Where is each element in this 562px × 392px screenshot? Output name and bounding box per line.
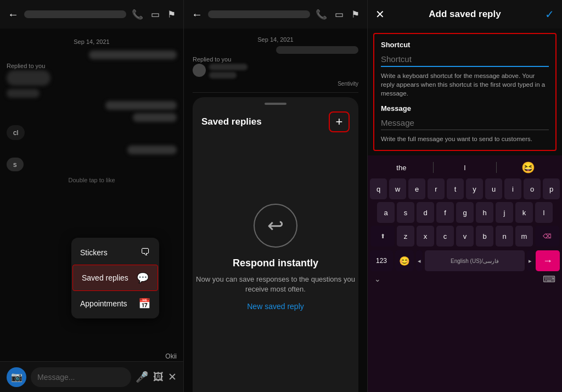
shortcut-label: Shortcut [381,41,549,49]
saved-replies-label: Saved replies [82,273,128,282]
kb-down-icon[interactable]: ⌄ [374,275,381,283]
sheet-handle [265,103,286,105]
kb-space-key[interactable]: English (US)/فارسی [425,250,525,271]
kb-key-b[interactable]: b [476,226,493,247]
chat-panel: ← 📞 ▭ ⚑ Sep 14, 2021 Replied to you cl [0,0,184,392]
appointments-menu-item[interactable]: Appointments 📅 [71,291,159,316]
image-icon[interactable]: 🖼 [153,371,164,383]
panel2-video-icon[interactable]: ▭ [335,9,344,20]
replied-label: Replied to you [7,63,177,69]
stickers-menu-item[interactable]: Stickers 🗨 [71,240,159,265]
shortcut-input[interactable] [381,52,549,67]
preview-date: Sep 14, 2021 [193,36,358,43]
appointments-icon: 📅 [138,298,150,310]
message-bubble-left2 [7,89,177,98]
saved-replies-sheet: Saved replies + ↩ Respond instantly Now … [193,97,358,392]
new-saved-reply-link[interactable]: New saved reply [247,302,304,311]
message-input-field[interactable] [381,116,549,130]
kb-suggestion-emoji[interactable]: 😆 [497,161,560,174]
panel3-close-icon[interactable]: ✕ [375,8,385,21]
appointments-label: Appointments [80,299,127,308]
panel2-flag-icon[interactable]: ⚑ [351,9,359,20]
kb-key-n[interactable]: n [496,226,513,247]
kb-lang-arrow-right[interactable]: ▸ [527,250,533,271]
kb-key-r[interactable]: r [428,178,445,199]
kb-key-q[interactable]: q [370,178,387,199]
kb-key-c[interactable]: c [436,226,454,247]
context-menu: Stickers 🗨 Saved replies 💬 Appointments … [71,238,159,318]
add-saved-reply-button[interactable]: + [329,111,350,132]
kb-row3: ⬆ z x c v b n m ⌫ [370,226,560,247]
kb-shift-key[interactable]: ⬆ [370,226,395,247]
kb-key-k[interactable]: k [515,202,533,223]
message-bubble-left [7,70,177,86]
kb-key-y[interactable]: y [466,178,483,199]
panel2-back-icon[interactable]: ← [192,8,203,21]
add-saved-reply-form: Shortcut Write a keyboard shortcut for t… [373,33,557,151]
kb-keyboard-icon[interactable]: ⌨ [543,274,555,284]
kb-key-x[interactable]: x [417,226,434,247]
okii-label: Okii [0,351,183,361]
video-icon[interactable]: ▭ [151,9,160,20]
kb-key-i[interactable]: i [504,178,521,199]
preview-avatar [193,64,206,77]
kb-emoji-key[interactable]: 😊 [395,250,414,271]
camera-button[interactable]: 📷 [7,367,26,387]
message-input-bar: 📷 Message... 🎤 🖼 ✕ [0,361,183,392]
phone-icon[interactable]: 📞 [132,9,143,20]
kb-key-g[interactable]: g [456,202,474,223]
back-icon[interactable]: ← [8,8,19,21]
preview-bubble1 [209,64,248,70]
kb-key-l[interactable]: l [535,202,553,223]
panel3-header: ✕ Add saved reply ✓ [368,0,562,29]
contact-name-bar [24,10,126,18]
kb-lang-arrow[interactable]: ◂ [416,250,423,271]
panel3-check-icon[interactable]: ✓ [545,8,554,21]
sheet-empty-state: ↩ Respond instantly Now you can save res… [193,139,358,392]
kb-key-h[interactable]: h [476,202,493,223]
panel2-header-icons: 📞 ▭ ⚑ [316,9,359,20]
kb-suggestions-row: the l 😆 [370,158,560,177]
kb-row1: q w e r t y u i o p [370,178,560,199]
stickers-icon: 🗨 [140,247,150,258]
kb-key-f[interactable]: f [436,202,454,223]
message-hint: Write the full message you want to send … [381,135,549,143]
kb-suggestion-l[interactable]: l [434,164,497,172]
flag-icon[interactable]: ⚑ [167,9,176,20]
mic-icon[interactable]: 🎤 [136,371,149,383]
message-input[interactable]: Message... [31,367,131,387]
kb-suggestion-the[interactable]: the [370,164,433,172]
respond-title: Respond instantly [233,257,318,269]
panel2-body: Sep 14, 2021 Replied to you Sentivity Sa… [184,29,367,392]
panel2-phone-icon[interactable]: 📞 [316,9,327,20]
panel2-name-bar [208,10,310,18]
kb-key-z[interactable]: z [397,226,414,247]
date-label: Sep 14, 2021 [7,38,177,45]
kb-key-w[interactable]: w [389,178,406,199]
chat-body: Sep 14, 2021 Replied to you cl s Double … [0,29,183,351]
message-bubble-right4 [7,145,177,154]
close-input-icon[interactable]: ✕ [168,371,177,383]
kb-key-v[interactable]: v [456,226,474,247]
kb-row2: a s d f g h j k l [370,202,560,223]
preview-bubble-left [193,64,358,79]
kb-num-key[interactable]: 123 [370,250,393,271]
chat-header: ← 📞 ▭ ⚑ [0,0,183,29]
panel3-title: Add saved reply [429,9,501,20]
kb-key-u[interactable]: u [485,178,502,199]
kb-key-a[interactable]: a [377,202,395,223]
kb-key-o[interactable]: o [524,178,541,199]
kb-backspace-key[interactable]: ⌫ [535,226,559,247]
kb-key-s[interactable]: s [397,202,414,223]
kb-key-m[interactable]: m [515,226,533,247]
kb-key-d[interactable]: d [417,202,434,223]
message-bubble-right2 [7,101,177,110]
kb-enter-key[interactable]: → [536,250,560,271]
message-bubble-right3 [7,113,177,122]
kb-key-t[interactable]: t [447,178,464,199]
kb-key-e[interactable]: e [408,178,425,199]
kb-key-p[interactable]: p [543,178,560,199]
kb-bottom-row: 123 😊 ◂ English (US)/فارسی ▸ → [370,250,560,271]
kb-key-j[interactable]: j [496,202,513,223]
saved-replies-menu-item[interactable]: Saved replies 💬 [72,265,158,291]
